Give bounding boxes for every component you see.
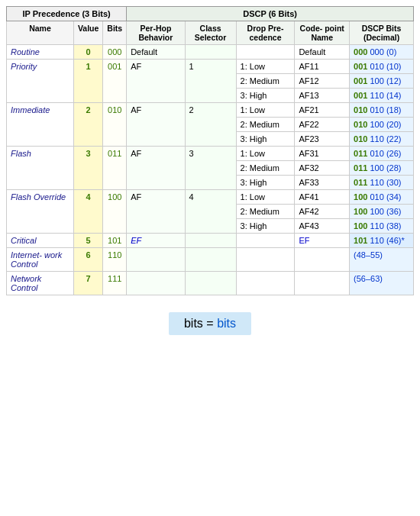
dscp-bits-cell: 100 110 (38) [350,219,414,234]
dscp-bits-cell: (56–63) [350,272,414,295]
bits-cell: 001 [103,60,127,103]
dscp-bits-cell: 001 110 (14) [350,89,414,103]
bits-cell: 010 [103,103,127,147]
name-cell: Immediate [7,103,74,147]
per-hop-cell: AF [127,190,185,234]
drop-precedence-cell [236,272,295,295]
dscp-bits-cell: 101 110 (46)* [350,234,414,248]
bits-cell: 100 [103,190,127,234]
col-dscp-bits: DSCP Bits (Decimal) [350,21,414,45]
per-hop-cell: AF [127,147,185,190]
bottom-label-container: bits = bits [6,305,414,335]
table-row: Internet- work Control6110(48–55) [7,248,414,272]
name-cell: Internet- work Control [7,248,74,272]
dscp-bits-cell: 011 110 (30) [350,176,414,190]
ip-precedence-header: IP Precedence (3 Bits) [7,7,127,21]
codepoint-cell: AF41 [295,190,350,205]
dscp-bits-cell: 010 100 (20) [350,118,414,132]
drop-precedence-cell: 2: Medium [236,74,295,89]
bits-cell: 110 [103,248,127,272]
table-row: Priority1001AF11: LowAF11001 010 (10) [7,60,414,74]
value-cell: 7 [73,272,102,295]
drop-precedence-cell [236,234,295,248]
col-class-selector: Class Selector [185,21,236,45]
col-per-hop: Per-Hop Behavior [127,21,185,45]
bits-cell: 111 [103,272,127,295]
drop-precedence-cell [236,248,295,272]
table-body: Routine0000DefaultDefault000 000 (0)Prio… [7,45,414,295]
value-cell: 1 [73,60,102,103]
dscp-bits-cell: 001 100 (12) [350,74,414,89]
class-selector-cell [185,234,236,248]
drop-precedence-cell: 1: Low [236,103,295,118]
codepoint-cell: AF32 [295,161,350,176]
col-codepoint-name: Code- point Name [295,21,350,45]
dscp-bits-cell: 010 010 (18) [350,103,414,118]
codepoint-cell: AF33 [295,176,350,190]
dscp-header: DSCP (6 Bits) [127,7,414,21]
column-header-row: Name Value Bits Per-Hop Behavior Class S… [7,21,414,45]
codepoint-cell: AF22 [295,118,350,132]
table-row: Immediate2010AF21: LowAF21010 010 (18) [7,103,414,118]
col-drop-precedence: Drop Pre- cedence [236,21,295,45]
codepoint-cell: AF21 [295,103,350,118]
value-cell: 5 [73,234,102,248]
class-selector-cell [185,272,236,295]
codepoint-cell: Default [295,45,350,60]
class-selector-cell [185,248,236,272]
drop-precedence-cell: 3: High [236,219,295,234]
name-cell: Flash Override [7,190,74,234]
col-bits: Bits [103,21,127,45]
dscp-bits-cell: 010 110 (22) [350,132,414,147]
codepoint-cell: AF42 [295,205,350,219]
dscp-bits-cell: 000 000 (0) [350,45,414,60]
name-cell: Flash [7,147,74,190]
codepoint-cell [295,248,350,272]
col-value: Value [73,21,102,45]
name-cell: Priority [7,60,74,103]
bits-cell: 000 [103,45,127,60]
main-table: IP Precedence (3 Bits) DSCP (6 Bits) Nam… [6,6,414,295]
codepoint-cell: AF43 [295,219,350,234]
drop-precedence-cell: 3: High [236,176,295,190]
dscp-bits-cell: (48–55) [350,248,414,272]
codepoint-cell: AF31 [295,147,350,161]
name-cell: Network Control [7,272,74,295]
bits-label-left: bits [184,317,203,330]
codepoint-cell: AF13 [295,89,350,103]
per-hop-cell [127,272,185,295]
col-name: Name [7,21,74,45]
class-selector-cell: 2 [185,103,236,147]
value-cell: 2 [73,103,102,147]
dscp-bits-cell: 011 100 (28) [350,161,414,176]
codepoint-cell [295,272,350,295]
table-row: Flash Override4100AF41: LowAF41100 010 (… [7,190,414,205]
per-hop-cell: AF [127,103,185,147]
drop-precedence-cell: 3: High [236,89,295,103]
drop-precedence-cell: 1: Low [236,190,295,205]
codepoint-cell: AF23 [295,132,350,147]
dscp-bits-cell: 100 100 (36) [350,205,414,219]
table-row: Routine0000DefaultDefault000 000 (0) [7,45,414,60]
drop-precedence-cell: 1: Low [236,147,295,161]
value-cell: 4 [73,190,102,234]
class-selector-cell: 1 [185,60,236,103]
drop-precedence-cell: 1: Low [236,60,295,74]
codepoint-cell: EF [295,234,350,248]
bits-cell: 011 [103,147,127,190]
dscp-bits-cell: 100 010 (34) [350,190,414,205]
codepoint-cell: AF12 [295,74,350,89]
dscp-bits-cell: 011 010 (26) [350,147,414,161]
drop-precedence-cell: 2: Medium [236,205,295,219]
dscp-bits-cell: 001 010 (10) [350,60,414,74]
drop-precedence-cell: 3: High [236,132,295,147]
value-cell: 0 [73,45,102,60]
drop-precedence-cell: 2: Medium [236,161,295,176]
value-cell: 3 [73,147,102,190]
class-selector-cell: 3 [185,147,236,190]
table-row: Flash3011AF31: LowAF31011 010 (26) [7,147,414,161]
value-cell: 6 [73,248,102,272]
bits-cell: 101 [103,234,127,248]
drop-precedence-cell [236,45,295,60]
drop-precedence-cell: 2: Medium [236,118,295,132]
